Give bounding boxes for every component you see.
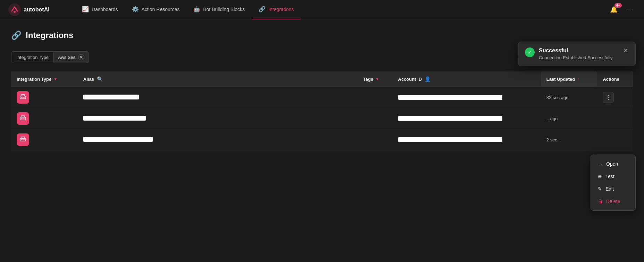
svg-rect-3 <box>21 95 25 96</box>
dropdown-item-delete[interactable]: 🗑 Delete <box>591 195 635 208</box>
svg-point-13 <box>24 139 25 140</box>
open-icon: → <box>598 161 603 167</box>
row2-tags <box>358 108 393 129</box>
row1-integration-type <box>11 87 78 108</box>
th-integration-type[interactable]: Integration Type ▼ <box>11 71 78 87</box>
th-actions: Actions <box>597 71 633 87</box>
row1-actions: ⋮ <box>597 87 633 108</box>
header: autobotAI 📈 Dashboards ⚙️ Action Resourc… <box>0 0 644 19</box>
dropdown-item-test[interactable]: ⊕ Test <box>591 170 635 183</box>
svg-point-5 <box>24 97 25 98</box>
page-title-row: 🔗 Integrations <box>11 30 633 40</box>
row2-last-updated: ...ago <box>541 108 597 129</box>
row1-account-id <box>393 87 541 108</box>
row2-actions <box>597 108 633 129</box>
actions-dropdown: → Open ⊕ Test ✎ Edit 🗑 Delete <box>591 155 636 211</box>
dashboards-icon: 📈 <box>82 6 89 12</box>
filter-value-text: Aws Ses <box>58 55 75 60</box>
row3-integration-icon <box>17 133 29 146</box>
notifications-button[interactable]: 🔔 4+ <box>607 5 620 15</box>
toast-message: Connection Established Successfully <box>539 55 619 60</box>
filter-value: Aws Ses ✕ <box>54 51 89 63</box>
nav-item-dashboards[interactable]: 📈 Dashboards <box>75 0 125 19</box>
row3-actions <box>597 129 633 150</box>
row3-alias <box>78 129 358 150</box>
table-row: 2 sec... <box>11 129 633 150</box>
table-row: ...ago <box>11 108 633 129</box>
svg-rect-11 <box>21 137 25 138</box>
integrations-table: Integration Type ▼ Alias 🔍 Tags ▼ <box>11 71 633 150</box>
svg-point-0 <box>8 3 21 16</box>
th-last-updated[interactable]: Last Updated ↕ <box>541 71 597 87</box>
svg-point-12 <box>22 139 23 140</box>
th-account-id[interactable]: Account ID 👤 <box>393 71 541 87</box>
row3-alias-bar <box>83 137 153 142</box>
test-icon: ⊕ <box>598 174 602 179</box>
table-row: 33 sec ago ⋮ <box>11 87 633 108</box>
filter-clear-button[interactable]: ✕ <box>78 54 84 60</box>
integrations-nav-icon: 🔗 <box>259 6 266 12</box>
svg-point-4 <box>22 97 23 98</box>
table-body: 33 sec ago ⋮ <box>11 87 633 150</box>
success-toast: ✓ Successful Connection Established Succ… <box>518 42 636 66</box>
table-header: Integration Type ▼ Alias 🔍 Tags ▼ <box>11 71 633 87</box>
edit-icon: ✎ <box>598 186 602 192</box>
delete-icon: 🗑 <box>598 199 603 204</box>
row3-time: 2 sec... <box>546 137 561 142</box>
nav-item-action-resources[interactable]: ⚙️ Action Resources <box>125 0 187 19</box>
dropdown-item-open[interactable]: → Open <box>591 158 635 170</box>
row2-account-bar <box>398 116 502 121</box>
th-alias[interactable]: Alias 🔍 <box>78 71 358 87</box>
row2-alias-bar <box>83 116 146 121</box>
row3-account-id <box>393 129 541 150</box>
account-person-icon: 👤 <box>425 76 430 82</box>
svg-rect-10 <box>20 138 26 141</box>
row3-last-updated: 2 sec... <box>541 129 597 150</box>
svg-rect-7 <box>21 116 25 117</box>
row1-alias-bar <box>83 95 139 99</box>
toast-title: Successful <box>539 47 619 54</box>
action-resources-icon: ⚙️ <box>132 6 139 12</box>
row3-integration-type <box>11 129 78 150</box>
row1-action-button[interactable]: ⋮ <box>603 92 614 103</box>
nav-item-integrations[interactable]: 🔗 Integrations <box>252 0 301 19</box>
toast-check-icon: ✓ <box>525 47 535 57</box>
main-nav: 📈 Dashboards ⚙️ Action Resources 🤖 Bot B… <box>75 0 596 19</box>
page-title-icon: 🔗 <box>11 30 22 40</box>
toast-content: Successful Connection Established Succes… <box>539 47 619 60</box>
svg-point-9 <box>24 118 25 119</box>
svg-point-8 <box>22 118 23 119</box>
nav-item-bot-building-blocks[interactable]: 🤖 Bot Building Blocks <box>186 0 252 19</box>
row2-account-id <box>393 108 541 129</box>
table-wrapper: Integration Type ▼ Alias 🔍 Tags ▼ <box>11 71 633 150</box>
row1-last-updated: 33 sec ago <box>541 87 597 108</box>
row3-account-bar <box>398 137 502 142</box>
logo-icon <box>8 3 21 16</box>
page-content: 🔗 Integrations Integration Type Aws Ses … <box>0 19 644 150</box>
filter-label: Integration Type <box>11 51 54 63</box>
svg-rect-6 <box>20 117 26 120</box>
row1-integration-icon <box>17 91 29 104</box>
bot-icon: 🤖 <box>193 6 200 12</box>
row2-time: ...ago <box>546 116 558 121</box>
tags-filter-icon: ▼ <box>375 77 379 81</box>
row2-alias <box>78 108 358 129</box>
th-tags[interactable]: Tags ▼ <box>358 71 393 87</box>
header-right: 🔔 4+ — <box>607 5 636 15</box>
row3-tags <box>358 129 393 150</box>
page-title: Integrations <box>26 30 73 40</box>
row2-integration-icon <box>17 112 29 125</box>
toast-close-button[interactable]: ✕ <box>623 47 628 54</box>
row1-alias <box>78 87 358 108</box>
row1-tags <box>358 87 393 108</box>
dropdown-item-edit[interactable]: ✎ Edit <box>591 183 635 195</box>
logo-text: autobotAI <box>24 7 50 13</box>
logo[interactable]: autobotAI <box>8 3 64 16</box>
svg-point-1 <box>14 11 16 13</box>
row2-integration-type <box>11 108 78 129</box>
alias-search-icon: 🔍 <box>97 76 103 82</box>
row1-account-bar <box>398 95 502 100</box>
filter-clear-icon: ✕ <box>79 54 83 60</box>
minimize-button[interactable]: — <box>625 5 636 14</box>
svg-rect-2 <box>20 96 26 99</box>
